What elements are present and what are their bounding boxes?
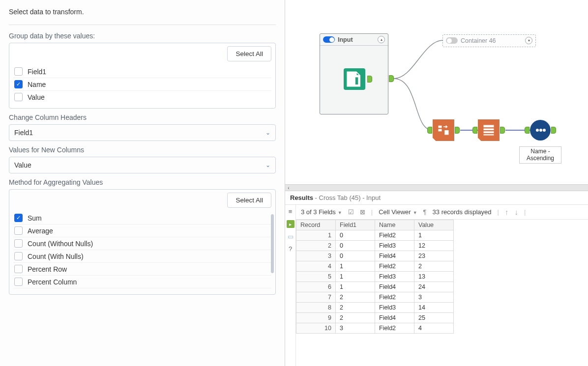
checkbox-icon[interactable] <box>14 252 23 260</box>
table-cell[interactable]: 0 <box>336 230 375 241</box>
table-cell[interactable]: 0 <box>336 241 375 251</box>
table-cell[interactable]: 3 <box>414 292 454 303</box>
select-all-button[interactable]: Select All <box>227 46 271 61</box>
table-cell[interactable]: 9 <box>296 313 336 323</box>
table-cell[interactable]: 12 <box>414 241 454 251</box>
table-cell[interactable]: 8 <box>296 303 336 313</box>
table-row[interactable]: 61Field424 <box>296 282 454 292</box>
values-new-select[interactable]: Value ⌄ <box>9 157 276 173</box>
table-cell[interactable]: 2 <box>414 261 454 272</box>
table-cell[interactable]: 2 <box>336 313 375 323</box>
toggle-icon[interactable] <box>323 36 335 43</box>
table-row[interactable]: 82Field314 <box>296 303 454 313</box>
group-field-row[interactable]: Field1 <box>13 65 271 78</box>
column-header[interactable]: Name <box>375 220 414 230</box>
column-header[interactable]: Record <box>296 220 336 230</box>
input-anchor-icon[interactable]: ▸ <box>287 220 294 228</box>
list-icon[interactable]: ≡ <box>289 208 293 215</box>
table-cell[interactable]: 5 <box>296 272 336 282</box>
table-cell[interactable]: 1 <box>414 230 454 241</box>
disabled-container[interactable]: Container 46 ▾ <box>442 34 536 47</box>
collapse-icon[interactable]: ▴ <box>378 36 385 43</box>
agg-method-row[interactable]: Count (Without Nulls) <box>13 237 271 250</box>
expand-icon[interactable]: ▾ <box>525 37 532 44</box>
crosstab-tool[interactable] <box>478 119 500 141</box>
results-grid[interactable]: RecordField1NameValue 10Field2120Field31… <box>296 220 588 366</box>
checkbox-icon[interactable] <box>14 214 23 222</box>
table-row[interactable]: 51Field313 <box>296 272 454 282</box>
transpose-tool[interactable] <box>433 119 454 141</box>
checkbox-icon[interactable] <box>14 265 23 273</box>
deselect-fields-icon[interactable]: ⊠ <box>360 208 365 216</box>
table-cell[interactable]: 1 <box>296 230 336 241</box>
checkbox-icon[interactable] <box>14 239 23 248</box>
table-cell[interactable]: 2 <box>336 292 375 303</box>
table-cell[interactable]: 1 <box>336 282 375 292</box>
output-anchor[interactable] <box>551 127 556 134</box>
change-headers-select[interactable]: Field1 ⌄ <box>9 124 276 141</box>
table-cell[interactable]: Field2 <box>375 323 414 334</box>
checkbox-icon[interactable] <box>14 278 23 286</box>
paragraph-icon[interactable]: ¶ <box>423 208 427 216</box>
table-row[interactable]: 30Field423 <box>296 251 454 261</box>
container-out-anchor[interactable] <box>389 75 394 82</box>
checkbox-icon[interactable] <box>14 67 23 76</box>
table-cell[interactable]: 25 <box>414 313 454 323</box>
table-cell[interactable]: 1 <box>336 261 375 272</box>
table-cell[interactable]: 6 <box>296 282 336 292</box>
next-icon[interactable]: ↓ <box>514 208 518 216</box>
fields-count[interactable]: 3 of 3 Fields▼ <box>301 208 342 216</box>
input-container[interactable]: Input ▴ <box>320 33 388 114</box>
agg-method-row[interactable]: Count (With Nulls) <box>13 250 271 263</box>
output-anchor[interactable] <box>455 127 460 134</box>
group-field-row[interactable]: Value <box>13 91 271 103</box>
scrollbar[interactable] <box>271 214 274 273</box>
table-cell[interactable]: Field2 <box>375 261 414 272</box>
table-cell[interactable]: Field4 <box>375 282 414 292</box>
table-cell[interactable]: Field2 <box>375 292 414 303</box>
table-row[interactable]: 72Field23 <box>296 292 454 303</box>
table-row[interactable]: 10Field21 <box>296 230 454 241</box>
input-anchor[interactable] <box>427 127 432 134</box>
select-all-button[interactable]: Select All <box>227 193 271 208</box>
output-anchor-icon[interactable]: ▭ <box>288 233 294 240</box>
results-splitter[interactable]: ‹ <box>285 184 588 191</box>
toggle-icon[interactable] <box>446 37 458 44</box>
agg-method-row[interactable]: Percent Row <box>13 263 271 276</box>
table-cell[interactable]: Field3 <box>375 241 414 251</box>
collapse-results-icon[interactable]: ‹ <box>285 185 292 191</box>
table-cell[interactable]: 1 <box>336 272 375 282</box>
prev-icon[interactable]: ↑ <box>505 208 509 216</box>
table-row[interactable]: 41Field22 <box>296 261 454 272</box>
table-cell[interactable]: 3 <box>296 251 336 261</box>
output-anchor[interactable] <box>367 76 372 83</box>
table-row[interactable]: 103Field24 <box>296 323 454 334</box>
checkbox-icon[interactable] <box>14 226 23 235</box>
input-tool[interactable] <box>344 68 365 90</box>
select-fields-icon[interactable]: ☑ <box>348 208 354 216</box>
table-cell[interactable]: 23 <box>414 251 454 261</box>
table-cell[interactable]: 4 <box>296 261 336 272</box>
table-cell[interactable]: 10 <box>296 323 336 334</box>
agg-method-row[interactable]: Sum <box>13 212 271 225</box>
help-icon[interactable]: ? <box>289 245 292 253</box>
agg-method-row[interactable]: Average <box>13 225 271 237</box>
checkbox-icon[interactable] <box>14 93 23 101</box>
group-field-row[interactable]: Name <box>13 78 271 91</box>
table-cell[interactable]: Field2 <box>375 230 414 241</box>
checkbox-icon[interactable] <box>14 80 23 88</box>
cell-viewer-dropdown[interactable]: Cell Viewer▼ <box>379 208 417 216</box>
table-cell[interactable]: 24 <box>414 282 454 292</box>
table-cell[interactable]: 7 <box>296 292 336 303</box>
table-cell[interactable]: 3 <box>336 323 375 334</box>
output-anchor[interactable] <box>500 127 505 134</box>
table-cell[interactable]: 0 <box>336 251 375 261</box>
table-row[interactable]: 92Field425 <box>296 313 454 323</box>
input-anchor[interactable] <box>472 127 477 134</box>
table-cell[interactable]: Field4 <box>375 313 414 323</box>
column-header[interactable]: Value <box>414 220 454 230</box>
sort-tool[interactable] <box>530 120 551 141</box>
table-row[interactable]: 20Field312 <box>296 241 454 251</box>
table-cell[interactable]: Field3 <box>375 272 414 282</box>
input-anchor[interactable] <box>525 127 529 134</box>
